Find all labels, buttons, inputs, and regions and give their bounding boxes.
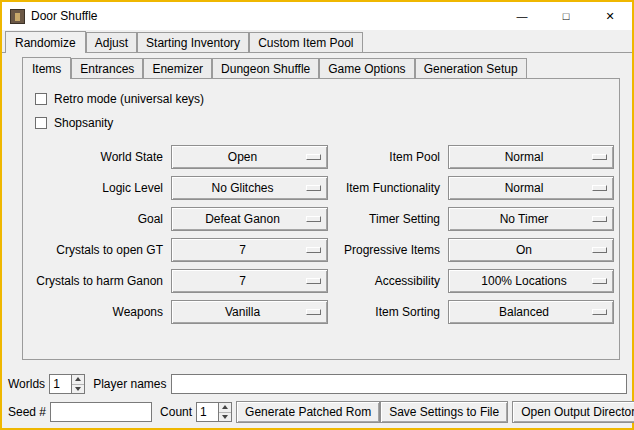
count-input[interactable] (197, 403, 218, 421)
accessibility-dropdown[interactable]: 100% Locations (448, 269, 614, 293)
crystals-gt-dropdown[interactable]: 7 (171, 238, 328, 262)
minimize-button[interactable]: — (500, 2, 544, 30)
weapons-value: Vanilla (225, 305, 260, 319)
item-functionality-label: Item Functionality (336, 181, 440, 195)
tab-items[interactable]: Items (22, 57, 71, 79)
items-pane: Retro mode (universal keys) Shopsanity W… (22, 78, 620, 360)
goal-value: Defeat Ganon (205, 212, 280, 226)
timer-setting-dropdown[interactable]: No Timer (448, 207, 614, 231)
shopsanity-row: Shopsanity (35, 111, 619, 135)
player-names-input[interactable] (171, 374, 628, 394)
accessibility-value: 100% Locations (481, 274, 566, 288)
item-functionality-value: Normal (505, 181, 544, 195)
progressive-items-label: Progressive Items (336, 243, 440, 257)
dropdown-indicator-icon (592, 216, 607, 222)
tab-adjust[interactable]: Adjust (86, 32, 137, 52)
dropdown-indicator-icon (592, 154, 607, 160)
tab-dungeon-shuffle[interactable]: Dungeon Shuffle (212, 58, 319, 78)
worlds-input[interactable] (50, 375, 71, 393)
arrow-up-icon (75, 377, 81, 381)
dropdown-indicator-icon (306, 247, 321, 253)
worlds-row: Worlds Player names (8, 373, 627, 395)
count-spin-up[interactable] (219, 403, 231, 412)
dropdown-indicator-icon (306, 216, 321, 222)
item-pool-value: Normal (505, 150, 544, 164)
dropdown-indicator-icon (592, 185, 607, 191)
shopsanity-label: Shopsanity (54, 116, 113, 130)
seed-label: Seed # (8, 405, 46, 419)
retro-mode-row: Retro mode (universal keys) (35, 87, 619, 111)
shopsanity-checkbox[interactable] (35, 117, 47, 129)
item-sorting-dropdown[interactable]: Balanced (448, 300, 614, 324)
timer-setting-value: No Timer (500, 212, 549, 226)
item-pool-dropdown[interactable]: Normal (448, 145, 614, 169)
item-sorting-label: Item Sorting (336, 305, 440, 319)
dropdown-indicator-icon (306, 309, 321, 315)
dropdown-indicator-icon (592, 309, 607, 315)
titlebar: Door Shuffle — □ ✕ (2, 2, 632, 30)
dropdown-indicator-icon (306, 185, 321, 191)
item-pool-label: Item Pool (336, 150, 440, 164)
generate-patched-rom-button[interactable]: Generate Patched Rom (236, 401, 380, 423)
tab-randomize[interactable]: Randomize (5, 31, 86, 53)
progressive-items-value: On (516, 243, 532, 257)
app-window: Door Shuffle — □ ✕ Randomize Adjust Star… (0, 0, 634, 430)
count-spinbox (196, 402, 232, 422)
weapons-label: Weapons (35, 305, 163, 319)
save-settings-button[interactable]: Save Settings to File (380, 401, 508, 423)
worlds-label: Worlds (8, 377, 45, 391)
tab-entrances[interactable]: Entrances (71, 58, 143, 78)
arrow-up-icon (222, 405, 228, 409)
main-tab-bar: Randomize Adjust Starting Inventory Cust… (2, 30, 632, 52)
maximize-icon: □ (563, 11, 570, 22)
retro-mode-checkbox[interactable] (35, 93, 47, 105)
open-output-directory-button[interactable]: Open Output Directory (512, 401, 634, 423)
crystals-gt-label: Crystals to open GT (35, 243, 163, 257)
maximize-button[interactable]: □ (544, 2, 588, 30)
app-icon (10, 9, 25, 24)
dropdown-indicator-icon (592, 278, 607, 284)
count-spin-down[interactable] (219, 412, 231, 422)
item-sorting-value: Balanced (499, 305, 549, 319)
weapons-dropdown[interactable]: Vanilla (171, 300, 328, 324)
goal-dropdown[interactable]: Defeat Ganon (171, 207, 328, 231)
tab-custom-item-pool[interactable]: Custom Item Pool (249, 32, 362, 52)
seed-input[interactable] (50, 402, 152, 422)
crystals-ganon-value: 7 (239, 274, 246, 288)
worlds-spinbox (49, 374, 85, 394)
tab-enemizer[interactable]: Enemizer (143, 58, 212, 78)
dropdown-indicator-icon (306, 154, 321, 160)
count-spin-arrows (218, 403, 231, 421)
randomize-pane: Items Entrances Enemizer Dungeon Shuffle… (2, 52, 632, 428)
worlds-spin-up[interactable] (72, 375, 84, 384)
logic-level-label: Logic Level (35, 181, 163, 195)
count-label: Count (160, 405, 192, 419)
tab-starting-inventory[interactable]: Starting Inventory (137, 32, 249, 52)
progressive-items-dropdown[interactable]: On (448, 238, 614, 262)
options-grid: World State Open Item Pool Normal Logic … (35, 145, 619, 324)
tab-game-options[interactable]: Game Options (319, 58, 414, 78)
logic-level-dropdown[interactable]: No Glitches (171, 176, 328, 200)
crystals-ganon-dropdown[interactable]: 7 (171, 269, 328, 293)
window-title: Door Shuffle (31, 9, 98, 23)
arrow-down-icon (222, 415, 228, 419)
minimize-icon: — (517, 11, 528, 22)
world-state-dropdown[interactable]: Open (171, 145, 328, 169)
worlds-spin-down[interactable] (72, 384, 84, 394)
timer-setting-label: Timer Setting (336, 212, 440, 226)
world-state-value: Open (228, 150, 257, 164)
worlds-spin-arrows (71, 375, 84, 393)
item-functionality-dropdown[interactable]: Normal (448, 176, 614, 200)
close-icon: ✕ (605, 11, 614, 22)
player-names-label: Player names (93, 377, 166, 391)
seed-row: Seed # Count Generate Patched Rom Save S… (8, 401, 627, 423)
dropdown-indicator-icon (592, 247, 607, 253)
goal-label: Goal (35, 212, 163, 226)
accessibility-label: Accessibility (336, 274, 440, 288)
close-button[interactable]: ✕ (588, 2, 632, 30)
dropdown-indicator-icon (306, 278, 321, 284)
crystals-gt-value: 7 (239, 243, 246, 257)
settings-notebook: Items Entrances Enemizer Dungeon Shuffle… (22, 56, 620, 360)
crystals-ganon-label: Crystals to harm Ganon (35, 274, 163, 288)
tab-generation-setup[interactable]: Generation Setup (415, 58, 527, 78)
